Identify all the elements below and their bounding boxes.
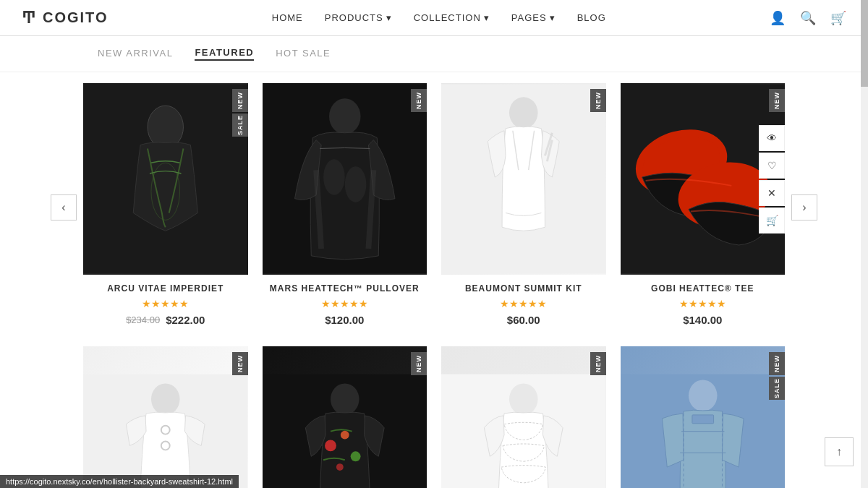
price-old-1: $234.00 <box>126 314 160 325</box>
price-single-2: $120.00 <box>325 314 364 326</box>
product-image-4: NEW 👁 ♡ ✕ 🛒 <box>621 83 786 275</box>
product-stars-2: ★★★★★ <box>263 298 427 309</box>
nav-pages[interactable]: PAGES ▾ <box>511 12 556 23</box>
products-section-row1: ‹ NEW SALE AR <box>0 72 868 343</box>
svg-point-1 <box>148 106 183 148</box>
products-grid-row2: NEW <box>83 346 785 488</box>
chevron-down-icon: ▾ <box>550 12 556 23</box>
prev-arrow[interactable]: ‹ <box>51 194 77 221</box>
product-card-4[interactable]: NEW 👁 ♡ ✕ 🛒 GOBI HEATTEC® TEE ★★★★★ $140… <box>621 83 786 332</box>
badge-new-5: NEW <box>232 352 248 375</box>
svg-point-16 <box>151 383 180 415</box>
search-icon[interactable]: 🔍 <box>800 10 816 26</box>
product-stars-1: ★★★★★ <box>83 298 248 309</box>
lace-illustration <box>441 346 606 488</box>
product-card-5[interactable]: NEW <box>83 346 248 488</box>
price-wrapper-4: $140.00 <box>621 314 786 326</box>
header-icons: 👤 🔍 🛒 <box>770 10 846 26</box>
product-card-7[interactable]: NEW <box>441 346 606 488</box>
nav-home[interactable]: HOME <box>272 12 303 23</box>
product-stars-3: ★★★★★ <box>441 298 606 309</box>
badge-sale-1: SALE <box>232 114 248 137</box>
product-image-3: NEW <box>441 83 606 275</box>
floral-illustration <box>263 346 427 488</box>
product-info-4: GOBI HEATTEC® TEE ★★★★★ $140.00 <box>621 275 786 332</box>
product-image-7: NEW <box>441 346 606 488</box>
svg-point-6 <box>344 166 366 202</box>
product-card-2[interactable]: NEW MARS HEATTECH™ PULLOVER ★★★★★ $120.0… <box>263 83 427 332</box>
badge-new-2: NEW <box>411 89 427 112</box>
status-bar: https://cogito.nextsky.co/en/hollister-b… <box>0 475 239 488</box>
svg-point-28 <box>688 380 717 411</box>
view-icon[interactable]: 👁 <box>759 125 785 151</box>
main-nav: HOME PRODUCTS ▾ COLLECTION ▾ PAGES ▾ BLO… <box>272 12 606 23</box>
badge-new-1: NEW <box>232 89 248 112</box>
products-grid-row1: NEW SALE ARCU VITAE IMPERDIET ★★★★★ $234… <box>83 83 785 332</box>
badges-3: NEW <box>590 89 606 112</box>
product-image-1: NEW SALE <box>83 83 248 275</box>
jacket-illustration <box>263 83 427 275</box>
chevron-down-icon: ▾ <box>484 12 490 23</box>
products-section-row2: NEW <box>0 343 868 488</box>
badges-2: NEW <box>411 89 427 112</box>
product-card-6[interactable]: NEW <box>263 346 427 488</box>
product-card-8[interactable]: NEW SALE <box>621 346 786 488</box>
chevron-down-icon: ▾ <box>386 12 392 23</box>
badges-5: NEW <box>232 352 248 375</box>
badges-4: NEW <box>769 89 785 112</box>
product-name-4: GOBI HEATTEC® TEE <box>621 283 786 294</box>
badges-8: NEW SALE <box>769 352 785 400</box>
share-icon[interactable]: ✕ <box>759 180 785 206</box>
nav-products[interactable]: PRODUCTS ▾ <box>325 12 392 23</box>
nav-collection[interactable]: COLLECTION ▾ <box>414 12 490 23</box>
wishlist-icon[interactable]: ♡ <box>759 153 785 179</box>
svg-point-23 <box>350 451 360 461</box>
product-image-2: NEW <box>263 83 427 275</box>
price-new-1: $222.00 <box>166 314 205 326</box>
badge-sale-8: SALE <box>769 377 785 400</box>
tab-new-arrival[interactable]: NEW ARRIVAL <box>98 48 173 60</box>
price-single-3: $60.00 <box>507 314 540 326</box>
denim-illustration <box>621 346 786 488</box>
scroll-top-button[interactable]: ↑ <box>825 437 854 466</box>
nav-blog[interactable]: BLOG <box>577 12 606 23</box>
svg-point-24 <box>336 463 343 471</box>
scrollbar-thumb[interactable] <box>861 0 868 87</box>
svg-point-8 <box>509 97 538 129</box>
product-image-5: NEW <box>83 346 248 488</box>
product-stars-4: ★★★★★ <box>621 298 786 309</box>
action-icons-4: 👁 ♡ ✕ 🛒 <box>759 125 785 234</box>
svg-point-20 <box>330 383 359 415</box>
product-card-1[interactable]: NEW SALE ARCU VITAE IMPERDIET ★★★★★ $234… <box>83 83 248 332</box>
price-wrapper-3: $60.00 <box>441 314 606 326</box>
product-card-3[interactable]: NEW BEAUMONT SUMMIT KIT ★★★★★ $60.00 <box>441 83 606 332</box>
add-to-cart-icon[interactable]: 🛒 <box>759 207 785 234</box>
svg-point-21 <box>325 440 336 452</box>
logo[interactable]: Ͳ COGITO <box>22 9 109 27</box>
white-dress-illustration <box>83 346 248 488</box>
account-icon[interactable]: 👤 <box>770 10 786 26</box>
tab-featured[interactable]: FEATURED <box>195 47 254 61</box>
product-info-3: BEAUMONT SUMMIT KIT ★★★★★ $60.00 <box>441 275 606 332</box>
product-tabs: NEW ARRIVAL FEATURED HOT SALE <box>0 36 868 72</box>
price-single-4: $140.00 <box>683 314 722 326</box>
cart-icon[interactable]: 🛒 <box>830 10 846 26</box>
product-info-1: ARCU VITAE IMPERDIET ★★★★★ $234.00 $222.… <box>83 275 248 332</box>
badge-new-7: NEW <box>590 352 606 375</box>
svg-point-4 <box>328 98 360 134</box>
top-illustration <box>441 83 606 275</box>
logo-text: COGITO <box>43 9 109 26</box>
svg-point-5 <box>323 159 345 194</box>
price-wrapper-1: $234.00 $222.00 <box>83 314 248 326</box>
badge-new-3: NEW <box>590 89 606 112</box>
badge-new-6: NEW <box>411 352 427 375</box>
badges-6: NEW <box>411 352 427 375</box>
scrollbar-track <box>861 0 868 488</box>
svg-point-26 <box>509 383 538 415</box>
header: Ͳ COGITO HOME PRODUCTS ▾ COLLECTION ▾ PA… <box>0 0 868 36</box>
badge-new-4: NEW <box>769 89 785 112</box>
tab-hot-sale[interactable]: HOT SALE <box>276 48 331 60</box>
next-arrow[interactable]: › <box>791 194 817 221</box>
svg-point-22 <box>340 431 349 440</box>
price-wrapper-2: $120.00 <box>263 314 427 326</box>
